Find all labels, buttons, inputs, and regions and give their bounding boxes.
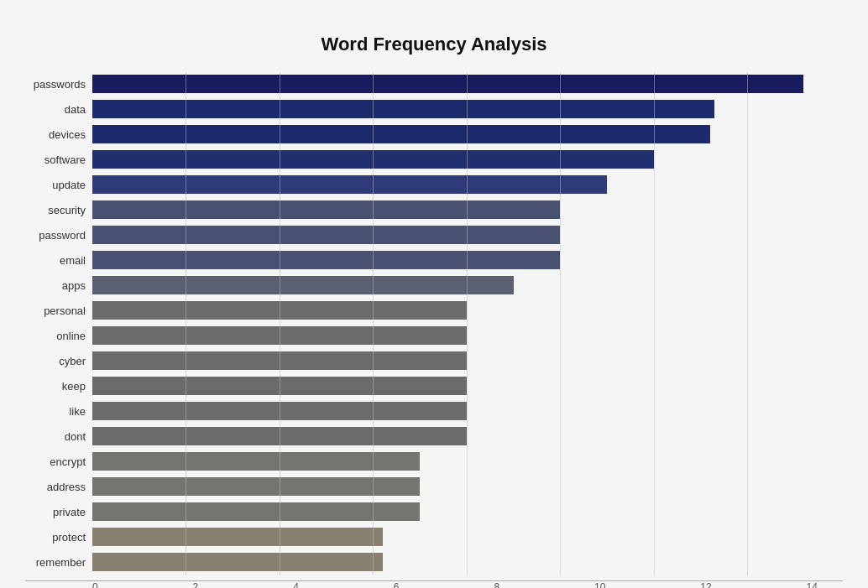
bar-fill xyxy=(92,351,467,370)
bar-label: passwords xyxy=(25,78,92,91)
bar-track xyxy=(92,125,818,143)
bar-fill xyxy=(92,301,467,320)
bar-track xyxy=(92,477,818,496)
bar-row: email xyxy=(92,248,818,272)
bar-row: remember xyxy=(92,550,818,574)
bar-label: cyber xyxy=(25,355,92,367)
bar-track xyxy=(92,100,818,118)
bar-fill xyxy=(92,150,654,169)
bar-row: like xyxy=(92,399,818,423)
bar-track xyxy=(92,75,818,93)
bar-label: like xyxy=(25,405,92,418)
bar-label: online xyxy=(25,330,92,342)
bar-track xyxy=(92,326,818,345)
bar-track xyxy=(92,251,818,269)
bar-track xyxy=(92,553,818,571)
bar-row: software xyxy=(92,148,818,171)
bar-fill xyxy=(92,377,467,395)
bars-wrapper: passwordsdatadevicessoftwareupdatesecuri… xyxy=(25,72,843,575)
bar-track xyxy=(92,528,818,546)
bar-fill xyxy=(92,402,467,420)
bar-row: data xyxy=(92,97,818,121)
bar-track xyxy=(92,452,818,471)
bar-fill xyxy=(92,251,560,269)
bar-row: password xyxy=(92,223,818,247)
bar-row: dont xyxy=(92,424,818,448)
bar-label: personal xyxy=(25,304,92,317)
x-tick: 4 xyxy=(293,581,299,588)
bar-row: update xyxy=(92,173,818,196)
bar-fill xyxy=(92,75,803,93)
bar-label: password xyxy=(25,229,92,242)
bar-fill xyxy=(92,528,383,546)
x-axis: 02468101214 xyxy=(25,580,843,588)
bar-label: protect xyxy=(25,531,92,544)
bar-fill xyxy=(92,427,467,445)
bar-fill xyxy=(92,452,420,471)
bar-track xyxy=(92,276,818,294)
bar-track xyxy=(92,377,818,395)
bar-track xyxy=(92,351,818,370)
x-tick: 14 xyxy=(807,581,818,588)
bar-fill xyxy=(92,553,383,571)
bar-label: encrypt xyxy=(25,455,92,468)
bar-fill xyxy=(92,100,714,118)
bar-row: private xyxy=(92,500,818,523)
bar-track xyxy=(92,301,818,320)
bar-label: update xyxy=(25,179,92,191)
bar-row: online xyxy=(92,324,818,347)
x-tick: 2 xyxy=(193,581,199,588)
bar-track xyxy=(92,502,818,521)
bar-row: apps xyxy=(92,273,818,297)
bar-label: apps xyxy=(25,279,92,292)
bar-track xyxy=(92,402,818,420)
bar-label: remember xyxy=(25,556,92,569)
bar-track xyxy=(92,427,818,445)
bar-row: address xyxy=(92,475,818,498)
x-tick: 10 xyxy=(594,581,605,588)
bar-label: dont xyxy=(25,430,92,443)
x-tick: 12 xyxy=(700,581,711,588)
bar-fill xyxy=(92,175,607,194)
chart-area: passwordsdatadevicessoftwareupdatesecuri… xyxy=(25,72,843,575)
bar-fill xyxy=(92,502,420,521)
bar-row: devices xyxy=(92,122,818,146)
x-axis-ticks: 02468101214 xyxy=(92,581,818,588)
bar-fill xyxy=(92,477,420,496)
bar-track xyxy=(92,226,818,244)
chart-container: Word Frequency Analysis passwordsdatadev… xyxy=(17,17,851,588)
bar-row: keep xyxy=(92,374,818,398)
bar-fill xyxy=(92,326,467,345)
bar-label: data xyxy=(25,103,92,116)
bar-fill xyxy=(92,200,560,219)
bar-fill xyxy=(92,125,710,143)
bar-track xyxy=(92,150,818,169)
bar-fill xyxy=(92,276,514,294)
bar-label: keep xyxy=(25,380,92,393)
bar-label: email xyxy=(25,254,92,267)
x-tick: 8 xyxy=(494,581,499,588)
bar-row: cyber xyxy=(92,349,818,372)
x-tick: 0 xyxy=(92,581,98,588)
bar-label: address xyxy=(25,481,92,493)
bar-label: security xyxy=(25,204,92,216)
x-tick: 6 xyxy=(394,581,400,588)
bar-track xyxy=(92,175,818,194)
bar-row: security xyxy=(92,198,818,221)
bar-fill xyxy=(92,226,560,244)
bar-row: passwords xyxy=(92,72,818,96)
bar-label: devices xyxy=(25,128,92,141)
bar-track xyxy=(92,200,818,219)
bar-row: personal xyxy=(92,299,818,322)
bar-row: protect xyxy=(92,525,818,549)
chart-title: Word Frequency Analysis xyxy=(25,34,843,55)
bar-row: encrypt xyxy=(92,450,818,473)
bar-label: software xyxy=(25,154,92,166)
bar-label: private xyxy=(25,506,92,518)
